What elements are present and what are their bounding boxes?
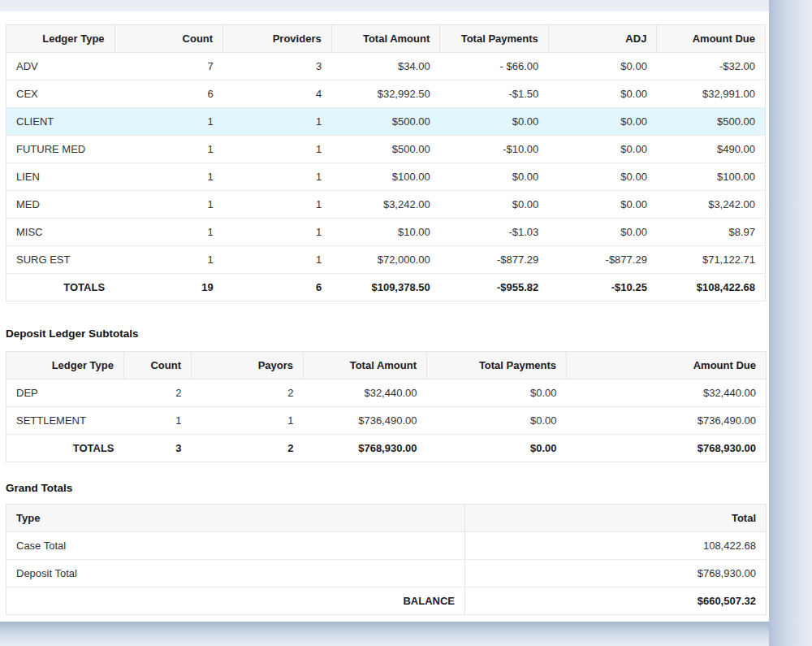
count-cell: 1 [114, 219, 223, 246]
total-payments-cell: $0.00 [440, 191, 549, 219]
providers-cell: 4 [223, 80, 332, 108]
grand-totals-header: Type Total [6, 505, 767, 532]
adj-cell: $0.00 [548, 136, 657, 163]
table-row[interactable]: SURG EST11$72,000.00-$877.29-$877.29$71,… [6, 246, 766, 274]
deposit-ledger-totals-row: TOTALS 3 2 $768,930.00 $0.00 $768,930.00 [6, 435, 767, 462]
providers-cell: 1 [223, 246, 332, 274]
total-amount-cell: $736,490.00 [304, 407, 427, 435]
column-header-amount-due: Amount Due [657, 25, 766, 53]
case-ledger-table: Ledger Type Count Providers Total Amount… [6, 24, 766, 301]
total-payments-cell: - $66.00 [440, 53, 549, 80]
amount-due-cell: $3,242.00 [657, 191, 766, 219]
totals-count: 3 [124, 435, 192, 462]
column-header-amount-due: Amount Due [567, 352, 767, 379]
table-row[interactable]: Deposit Total$768,930.00 [6, 560, 767, 587]
case-ledger-totals-row: TOTALS 19 6 $109,378.50 -$955.82 -$10.25… [6, 274, 766, 301]
total-payments-cell: $0.00 [427, 407, 567, 435]
count-cell: 7 [114, 53, 223, 80]
column-header-adj: ADJ [548, 25, 657, 53]
count-cell: 1 [114, 136, 223, 163]
adj-cell: $0.00 [548, 191, 657, 219]
column-header-count: Count [124, 352, 192, 379]
type-cell: Case Total [6, 532, 465, 560]
providers-cell: 3 [223, 53, 332, 80]
totals-payors: 2 [192, 435, 304, 462]
providers-cell: 1 [223, 108, 332, 136]
deposit-subtotals-title: Deposit Ledger Subtotals [6, 327, 766, 340]
amount-due-cell: $32,991.00 [657, 80, 766, 108]
table-row[interactable]: CLIENT11$500.00$0.00$0.00$500.00 [6, 108, 766, 136]
table-row[interactable]: SETTLEMENT11$736,490.00$0.00$736,490.00 [6, 407, 767, 435]
amount-due-cell: $736,490.00 [567, 407, 767, 435]
total-payments-cell: -$10.00 [440, 136, 549, 163]
column-header-total-amount: Total Amount [331, 25, 440, 53]
table-row[interactable]: LIEN11$100.00$0.00$0.00$100.00 [6, 163, 766, 191]
ledger-type-cell: MISC [6, 219, 115, 246]
totals-total-payments: $0.00 [427, 435, 567, 462]
ledger-type-cell: LIEN [6, 163, 115, 191]
total-amount-cell: $500.00 [331, 136, 440, 163]
totals-amount-due: $768,930.00 [567, 435, 767, 462]
right-gradient-band [769, 0, 812, 646]
totals-total-amount: $768,930.00 [304, 435, 427, 462]
ledger-type-cell: SURG EST [6, 246, 115, 274]
total-amount-cell: $100.00 [331, 163, 440, 191]
table-row[interactable]: CEX64$32,992.50-$1.50$0.00$32,991.00 [6, 80, 766, 108]
column-header-payors: Payors [192, 352, 304, 379]
total-payments-cell: -$1.03 [440, 219, 549, 246]
totals-providers: 6 [223, 274, 332, 301]
type-cell: Deposit Total [6, 560, 465, 587]
column-header-ledger-type: Ledger Type [6, 25, 115, 53]
amount-due-cell: $71,122.71 [657, 246, 766, 274]
adj-cell: $0.00 [548, 80, 657, 108]
count-cell: 1 [114, 108, 223, 136]
total-payments-cell: -$1.50 [440, 80, 549, 108]
top-background-strip [0, 0, 769, 11]
amount-due-cell: $500.00 [657, 108, 766, 136]
ledger-type-cell: ADV [6, 53, 115, 80]
grand-totals-title: Grand Totals [6, 482, 766, 494]
total-cell: $768,930.00 [465, 560, 767, 587]
totals-count: 19 [114, 274, 223, 301]
total-amount-cell: $72,000.00 [331, 246, 440, 274]
totals-label: TOTALS [6, 435, 124, 462]
total-payments-cell: -$877.29 [440, 246, 549, 274]
total-amount-cell: $500.00 [331, 108, 440, 136]
providers-cell: 1 [223, 219, 332, 246]
table-row[interactable]: MISC11$10.00-$1.03$0.00$8.97 [6, 219, 766, 246]
table-row[interactable]: FUTURE MED11$500.00-$10.00$0.00$490.00 [6, 136, 766, 163]
column-header-total-amount: Total Amount [304, 352, 427, 379]
amount-due-cell: -$32.00 [657, 53, 766, 80]
total-payments-cell: $0.00 [440, 108, 549, 136]
table-row[interactable]: Case Total108,422.68 [6, 532, 767, 560]
table-row[interactable]: DEP22$32,440.00$0.00$32,440.00 [6, 379, 767, 407]
totals-adj: -$10.25 [548, 274, 657, 301]
total-amount-cell: $32,992.50 [331, 80, 440, 108]
ledger-type-cell: MED [6, 191, 115, 219]
ledger-report-panel: Ledger Type Count Providers Total Amount… [0, 11, 769, 622]
count-cell: 1 [114, 246, 223, 274]
providers-cell: 1 [223, 191, 332, 219]
column-header-count: Count [114, 25, 223, 53]
table-row[interactable]: ADV73$34.00- $66.00$0.00-$32.00 [6, 53, 766, 80]
total-payments-cell: $0.00 [427, 379, 567, 407]
providers-cell: 1 [223, 136, 332, 163]
totals-label: TOTALS [6, 274, 115, 301]
payors-cell: 1 [192, 407, 304, 435]
balance-label: BALANCE [6, 587, 465, 615]
count-cell: 1 [114, 163, 223, 191]
deposit-ledger-header: Ledger Type Count Payors Total Amount To… [6, 352, 767, 379]
amount-due-cell: $8.97 [657, 219, 766, 246]
total-amount-cell: $32,440.00 [304, 379, 427, 407]
table-row[interactable]: MED11$3,242.00$0.00$0.00$3,242.00 [6, 191, 766, 219]
column-header-providers: Providers [223, 25, 332, 53]
column-header-total: Total [465, 505, 767, 532]
amount-due-cell: $32,440.00 [567, 379, 767, 407]
total-amount-cell: $3,242.00 [331, 191, 440, 219]
total-cell: 108,422.68 [465, 532, 767, 560]
count-cell: 2 [124, 379, 192, 407]
total-amount-cell: $10.00 [331, 219, 440, 246]
total-payments-cell: $0.00 [440, 163, 549, 191]
column-header-total-payments: Total Payments [440, 25, 549, 53]
column-header-ledger-type: Ledger Type [6, 352, 124, 379]
